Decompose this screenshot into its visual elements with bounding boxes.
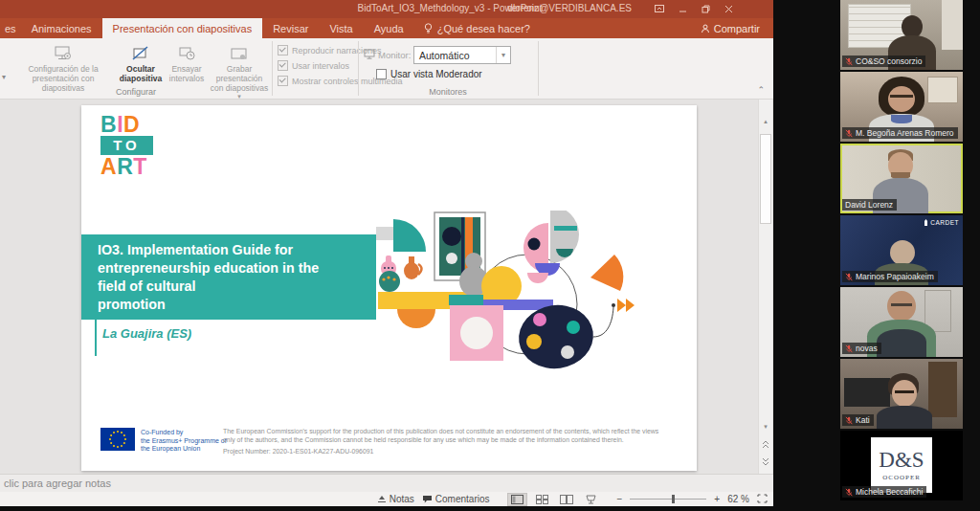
fit-to-window-button[interactable] (757, 494, 768, 505)
muted-mic-icon (845, 488, 853, 497)
tab-presentacion-con-diapositivas[interactable]: Presentación con diapositivas (102, 18, 263, 38)
ribbon: ▾ Configuración de la presentación con d… (0, 38, 773, 100)
participant-name-label: M. Begoña Arenas Romero (842, 127, 958, 139)
slideshow-view-button[interactable] (582, 494, 600, 505)
vertical-scrollbar[interactable]: ▴ ▾ (758, 100, 772, 474)
participant-tile[interactable]: CO&SO consorzio (840, 0, 963, 70)
share-label: Compartir (714, 23, 760, 34)
checkbox-label: Usar intervalos (292, 61, 349, 71)
glasses (891, 303, 912, 306)
cardet-logo-icon (924, 219, 928, 226)
desktop: BidToArt_IO3_Methdology_v3 - PowerPoint … (0, 0, 980, 511)
tab-transiciones-cut[interactable]: es (0, 18, 21, 38)
checkbox-usar-vista-moderador[interactable]: Usar vista Moderador (376, 69, 482, 79)
zoom-in-button[interactable]: + (714, 494, 720, 504)
logo-row-art: ART (100, 156, 153, 177)
normal-view-button[interactable] (507, 493, 527, 506)
group-label-configurar: Configurar (0, 87, 272, 97)
restore-button[interactable] (699, 2, 712, 15)
overflow-chevron-icon[interactable]: ▾ (2, 73, 6, 81)
participant-tile[interactable]: Kati (840, 359, 963, 429)
next-slide-button[interactable] (759, 457, 772, 466)
window-light (927, 77, 958, 103)
project-number: Project Number: 2020-1-ES01-KA227-ADU-09… (223, 447, 663, 455)
tell-me-box[interactable]: ¿Qué desea hacer? (414, 18, 540, 38)
slide-canvas[interactable]: BID TO ART IO3. Implementation Guide for… (81, 105, 697, 471)
participant-tile[interactable]: M. Begoña Arenas Romero (840, 72, 963, 142)
participant-tile[interactable]: D&S OCOOPER Michela Beccafichi (840, 431, 963, 500)
scroll-up-icon[interactable]: ▴ (759, 117, 772, 126)
lightbulb-icon (424, 23, 433, 34)
participant-silhouette (887, 291, 916, 322)
status-bar: Notas Comentarios − (0, 492, 773, 506)
title-line: entrepreneurship education in the (98, 259, 376, 278)
tab-ayuda[interactable]: Ayuda (364, 18, 414, 38)
group-separator (538, 41, 539, 96)
notes-toggle[interactable]: Notas (377, 494, 414, 504)
title-line: IO3. Implementation Guide for (98, 241, 376, 259)
muted-mic-icon (845, 57, 853, 66)
scroll-down-icon[interactable]: ▾ (759, 422, 772, 432)
bidtoart-logo: BID TO ART (100, 114, 153, 177)
dropdown-chevron-icon: ▾ (496, 47, 510, 63)
rehearse-timings-button[interactable]: Ensayar intervalos (167, 41, 207, 83)
slide-artwork (367, 211, 644, 385)
monitor-dropdown-value: Automático (414, 50, 496, 61)
minimize-button[interactable] (676, 2, 689, 15)
person-icon (701, 24, 710, 33)
slide-sorter-view-button[interactable] (533, 494, 551, 505)
participant-name-label: David Lorenz (842, 199, 897, 211)
previous-slide-button[interactable] (759, 440, 772, 449)
collapse-ribbon-icon[interactable]: ⌃ (757, 85, 765, 95)
tab-revisar[interactable]: Revisar (262, 18, 319, 38)
zoom-out-button[interactable]: − (617, 494, 623, 504)
tv-screen (844, 378, 890, 407)
logo-row-to: TO (100, 136, 153, 155)
group-label-monitores: Monitores (358, 87, 538, 97)
setup-slideshow-button[interactable]: Configuración de la presentación con dia… (11, 41, 115, 93)
tab-animaciones[interactable]: Animaciones (21, 18, 102, 38)
monitor-icon (364, 49, 375, 61)
zoom-slider-thumb[interactable] (672, 495, 675, 503)
clock-icon (179, 41, 195, 62)
comment-icon (422, 495, 433, 503)
ribbon-display-options-icon[interactable] (653, 2, 666, 15)
share-button[interactable]: Compartir (701, 18, 760, 38)
group-separator (272, 41, 273, 96)
eu-disclaimer: The European Commission's support for th… (223, 427, 663, 455)
eu-funding-text: Co-Funded by the Erasmus+ Programme of t… (141, 429, 227, 454)
participant-name-label: novas (842, 343, 881, 354)
title-line: field of cultural (98, 278, 376, 296)
notes-pane[interactable]: clic para agregar notas (0, 474, 773, 492)
glasses (890, 95, 913, 98)
reading-view-button[interactable] (557, 494, 576, 505)
hide-slide-button[interactable]: Ocultar diapositiva (117, 41, 165, 83)
participant-tile-active-speaker[interactable]: David Lorenz (840, 144, 963, 213)
scrollbar-thumb[interactable] (760, 134, 771, 224)
participant-name-label: novas Marinos Papaioakeim (842, 271, 938, 282)
close-button[interactable] (722, 2, 735, 15)
participant-silhouette (890, 240, 915, 265)
zoom-level[interactable]: 62 % (727, 494, 749, 504)
checkbox-usar-intervalos[interactable]: Usar intervalos (278, 60, 349, 71)
participant-silhouette (877, 406, 932, 429)
tab-vista[interactable]: Vista (319, 18, 363, 38)
muted-mic-icon (845, 273, 853, 281)
video-call-sidebar: CO&SO consorzio M. Begoña Arenas Romero … (840, 0, 963, 502)
monitor-label: Monitor: (378, 50, 411, 60)
participant-name-label: CO&SO consorzio (842, 56, 925, 67)
subtitle-rule (95, 320, 97, 356)
comments-toggle[interactable]: Comentarios (422, 494, 490, 504)
title-bar: BidToArt_IO3_Methdology_v3 - PowerPoint … (0, 0, 773, 18)
eu-flag (100, 428, 135, 455)
participant-silhouette (892, 380, 917, 407)
participant-tile[interactable]: novas (840, 287, 963, 357)
monitor-dropdown[interactable]: Automático ▾ (413, 46, 511, 64)
participant-tile[interactable]: CARDET novas Marinos Papaioakeim (840, 215, 963, 285)
slide-title-banner: IO3. Implementation Guide for entreprene… (81, 234, 376, 320)
record-icon (230, 41, 249, 62)
vest (877, 329, 926, 357)
checkbox-icon (278, 76, 288, 86)
ds-company-logo: D&S OCOOPER (871, 437, 932, 493)
zoom-slider[interactable] (630, 499, 706, 500)
